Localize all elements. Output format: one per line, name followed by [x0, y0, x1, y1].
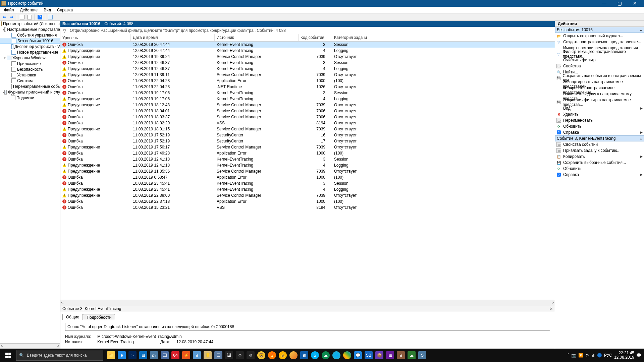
tree-app-services-logs[interactable]: ▸Журналы приложений и слу: [0, 89, 60, 95]
event-row[interactable]: !Ошибка10.08.2019 15:23:21VSS8194Отсутст…: [60, 204, 555, 210]
col-category[interactable]: Категория задачи: [332, 34, 379, 41]
taskbar-app[interactable]: 🌐: [331, 349, 341, 362]
taskbar-app[interactable]: [288, 349, 299, 362]
tray-icon[interactable]: ⚙: [585, 353, 589, 358]
tree-item-no-10016[interactable]: Без события 10016: [0, 38, 60, 44]
action-item[interactable]: ▭Привязать задачу к событию...: [555, 147, 644, 154]
event-row[interactable]: !Предупреждение11.08.2019 11:35:36Servic…: [60, 168, 555, 174]
event-row[interactable]: !Ошибка10.08.2019 23:45:41Kernel-EventTr…: [60, 180, 555, 186]
taskbar-app[interactable]: 🦁: [256, 349, 266, 362]
tab-general[interactable]: Общие: [62, 314, 83, 320]
maximize-button[interactable]: ▢: [612, 0, 627, 7]
taskbar-app[interactable]: 🖼: [224, 349, 234, 362]
event-row[interactable]: !Предупреждение12.08.2019 11:39:11Servic…: [60, 72, 555, 78]
event-row[interactable]: !Предупреждение10.08.2019 23:45:41Kernel…: [60, 186, 555, 192]
event-row[interactable]: !Ошибка11.08.2019 17:52:19SecurityCenter…: [60, 138, 555, 144]
taskbar-app[interactable]: ⚙: [246, 349, 256, 362]
actions-section-event[interactable]: Событие 3, Kernel-EventTracing▲: [555, 135, 644, 141]
menu-action[interactable]: Действие: [17, 7, 41, 13]
taskbar-app[interactable]: ⚡: [181, 349, 191, 362]
event-row[interactable]: !Предупреждение11.08.2019 18:12:43Servic…: [60, 102, 555, 108]
event-row[interactable]: !Предупреждение11.08.2019 12:41:18Kernel…: [60, 162, 555, 168]
tray-notifications-icon[interactable]: 💬: [636, 353, 641, 358]
event-row[interactable]: !Ошибка11.08.2019 17:52:19SecurityCenter…: [60, 132, 555, 138]
tree-forwarded-log[interactable]: Перенаправленные собы: [0, 83, 60, 89]
tree-windows-logs[interactable]: ▾Журналы Windows: [0, 55, 60, 61]
navigation-tree[interactable]: Просмотр событий (Локальный ▾Настраиваем…: [0, 21, 60, 349]
event-row[interactable]: !Ошибка11.08.2019 19:17:06Kernel-EventTr…: [60, 90, 555, 96]
tray-clock[interactable]: 22:21:45 12.08.2019: [614, 351, 634, 360]
taskbar-app[interactable]: 🗔: [213, 349, 223, 362]
minimize-button[interactable]: —: [596, 0, 612, 7]
start-button[interactable]: [0, 349, 16, 362]
action-item[interactable]: ⟳Обновить: [555, 123, 644, 129]
taskbar-app[interactable]: [342, 349, 352, 362]
taskbar-app[interactable]: 🖥: [396, 349, 406, 362]
col-date[interactable]: Дата и время: [131, 34, 215, 41]
col-level[interactable]: Уровень: [60, 34, 131, 41]
menu-help[interactable]: Справка: [54, 7, 75, 13]
grid-horizontal-scrollbar[interactable]: <>: [60, 300, 555, 305]
actions-section-view[interactable]: Без события 10016▲: [555, 27, 644, 33]
taskbar-app[interactable]: e: [117, 349, 127, 362]
tray-icon[interactable]: 🔵: [597, 353, 602, 358]
action-item[interactable]: 📂Открыть сохраненный журнал...: [555, 33, 644, 39]
taskbar-app[interactable]: ☁: [321, 349, 331, 362]
tree-system-log[interactable]: Система: [0, 78, 60, 83]
action-item[interactable]: ▭Свойства событий: [555, 141, 644, 147]
event-row[interactable]: !Ошибка12.08.2019 20:47:44Kernel-EventTr…: [60, 42, 555, 48]
tree-horizontal-scrollbar[interactable]: <>: [0, 343, 60, 349]
event-row[interactable]: !Предупреждение12.08.2019 19:39:24Servic…: [60, 54, 555, 60]
taskbar-app[interactable]: 64: [170, 349, 180, 362]
tray-icon[interactable]: 🔽: [578, 353, 583, 358]
tree-item-admin-events[interactable]: События управления: [0, 32, 60, 38]
taskbar-app[interactable]: 📒: [203, 349, 213, 362]
action-item[interactable]: ?Справка▶: [555, 129, 644, 135]
show-tree-button[interactable]: [19, 14, 25, 20]
action-item[interactable]: ▽Создать настраиваемое представление...: [555, 39, 644, 45]
grid-body[interactable]: !Ошибка12.08.2019 20:47:44Kernel-EventTr…: [60, 42, 555, 300]
tray-lang[interactable]: РУС: [604, 353, 612, 358]
action-item[interactable]: ✖Удалить: [555, 111, 644, 117]
taskbar-app[interactable]: 🔥: [267, 349, 277, 362]
forward-button[interactable]: ➡: [9, 14, 15, 20]
event-row[interactable]: !Ошибка11.08.2019 18:03:37Service Contro…: [60, 114, 555, 120]
event-row[interactable]: !Ошибка10.08.2019 22:37:18Application Er…: [60, 198, 555, 204]
close-button[interactable]: ✕: [627, 0, 643, 7]
action-item[interactable]: ▽Фильтр текущего настраиваемого представ…: [555, 51, 644, 57]
taskbar-app[interactable]: ☁: [407, 349, 417, 362]
taskbar-app[interactable]: ▦: [385, 349, 395, 362]
event-row[interactable]: !Предупреждение11.08.2019 17:50:17Servic…: [60, 144, 555, 150]
help-button[interactable]: ?: [37, 14, 43, 20]
event-row[interactable]: !Предупреждение11.08.2019 18:01:15Servic…: [60, 126, 555, 132]
event-row[interactable]: !Ошибка11.08.2019 22:04:23.NET Runtime10…: [60, 84, 555, 90]
tray-expand-icon[interactable]: ˄: [567, 353, 569, 358]
action-item[interactable]: ?Справка▶: [555, 172, 644, 178]
event-row[interactable]: !Предупреждение10.08.2019 22:38:00Servic…: [60, 192, 555, 198]
taskbar-app[interactable]: 🗔: [160, 349, 170, 362]
tree-item-new-view[interactable]: Новое представление: [0, 49, 60, 55]
taskbar-search[interactable]: 🔍 Введите здесь текст для поиска: [16, 350, 103, 361]
event-row[interactable]: !Предупреждение12.08.2019 12:46:37Kernel…: [60, 66, 555, 72]
col-source[interactable]: Источник: [215, 34, 299, 41]
tree-custom-views[interactable]: ▾Настраиваемые представле: [0, 26, 60, 32]
action-item[interactable]: 📋Копировать▶: [555, 154, 644, 160]
taskbar-app[interactable]: 🖥: [192, 349, 202, 362]
detail-close-button[interactable]: ✕: [549, 306, 553, 311]
event-row[interactable]: !Ошибка11.08.2019 18:04:01Service Contro…: [60, 108, 555, 114]
event-row[interactable]: !Предупреждение12.08.2019 20:47:44Kernel…: [60, 48, 555, 54]
taskbar-app[interactable]: ＞: [127, 349, 138, 362]
event-row[interactable]: !Ошибка11.08.2019 18:02:20VSS8194Отсутст…: [60, 120, 555, 126]
tree-application-log[interactable]: Приложение: [0, 61, 60, 66]
event-row[interactable]: !Ошибка11.08.2019 12:41:18Kernel-EventTr…: [60, 156, 555, 162]
taskbar-app[interactable]: S: [417, 349, 427, 362]
tree-root[interactable]: Просмотр событий (Локальный: [0, 21, 60, 26]
tray-icon[interactable]: 📷: [571, 353, 576, 358]
event-row[interactable]: !Ошибка11.08.2019 17:49:28Application Er…: [60, 150, 555, 156]
system-tray[interactable]: ˄ 📷 🔽 ⚙ 🖥 🔵 РУС 22:21:45 12.08.2019 💬: [565, 351, 644, 360]
col-code[interactable]: Код события: [299, 34, 332, 41]
taskbar-app[interactable]: 🖥: [299, 349, 309, 362]
action-item[interactable]: ▭Переименовать: [555, 117, 644, 123]
action-item[interactable]: 💾Сохранить фильтр в настраиваемое предст…: [555, 99, 644, 105]
taskbar-app[interactable]: ⚙: [235, 349, 245, 362]
